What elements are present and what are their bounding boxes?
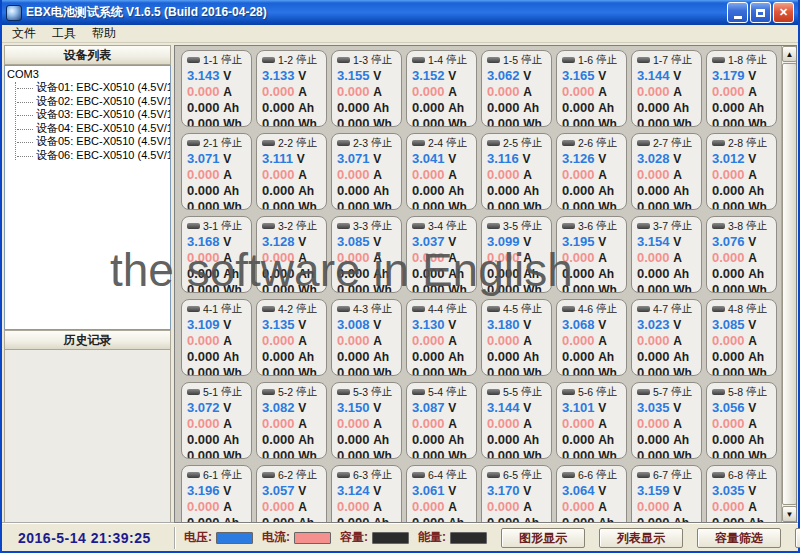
device-tree-item[interactable]: 设备05: EBC-X0510 (4.5V/10A <box>17 135 170 149</box>
voltage-line: 3.168 V <box>187 234 251 250</box>
channel-cell[interactable]: 5-7 停止 3.035 V 0.000 A 0.000 Ah 0.000 Wh <box>631 382 702 459</box>
device-tree-item[interactable]: 设备01: EBC-X0510 (4.5V/10A <box>17 81 170 95</box>
channel-cell[interactable]: 1-3 停止 3.155 V 0.000 A 0.000 Ah 0.000 Wh <box>331 50 402 127</box>
channel-cell[interactable]: 4-2 停止 3.135 V 0.000 A 0.000 Ah 0.000 Wh <box>256 299 327 376</box>
current-unit: A <box>373 417 382 431</box>
current-line: 0.000 A <box>712 167 776 183</box>
channel-header: 5-7 停止 <box>637 386 701 398</box>
channel-cell[interactable]: 6-2 停止 3.057 V 0.000 A 0.000 Ah 0.000 Wh <box>256 465 327 523</box>
energy-unit: Wh <box>298 283 317 293</box>
channel-cell[interactable]: 4-4 停止 3.130 V 0.000 A 0.000 Ah 0.000 Wh <box>406 299 477 376</box>
menu-item[interactable]: 工具 <box>44 24 84 43</box>
energy-line: 0.000 Wh <box>337 282 401 293</box>
channel-cell[interactable]: 3-6 停止 3.195 V 0.000 A 0.000 Ah 0.000 Wh <box>556 216 627 293</box>
menu-item[interactable]: 文件 <box>4 24 44 43</box>
channel-status-led-icon <box>712 223 725 229</box>
channel-status: 停止 <box>671 468 692 482</box>
device-tree-item[interactable]: 设备02: EBC-X0510 (4.5V/10A <box>17 95 170 109</box>
scrollbar-down-icon[interactable]: ▼ <box>782 506 797 522</box>
channel-cell[interactable]: 5-8 停止 3.056 V 0.000 A 0.000 Ah 0.000 Wh <box>706 382 777 459</box>
channel-cell[interactable]: 1-5 停止 3.062 V 0.000 A 0.000 Ah 0.000 Wh <box>481 50 552 127</box>
channel-cell[interactable]: 2-3 停止 3.071 V 0.000 A 0.000 Ah 0.000 Wh <box>331 133 402 210</box>
scrollbar-thumb[interactable] <box>782 63 797 505</box>
channel-cell[interactable]: 5-4 停止 3.087 V 0.000 A 0.000 Ah 0.000 Wh <box>406 382 477 459</box>
current-value: 0.000 <box>337 84 370 99</box>
tree-node-com3[interactable]: COM3 <box>7 68 170 81</box>
channel-cell[interactable]: 6-4 停止 3.061 V 0.000 A 0.000 Ah 0.000 Wh <box>406 465 477 523</box>
maximize-button[interactable] <box>750 2 771 23</box>
channel-cell[interactable]: 2-1 停止 3.071 V 0.000 A 0.000 Ah 0.000 Wh <box>181 133 252 210</box>
channel-cell[interactable]: 2-2 停止 3.111 V 0.000 A 0.000 Ah 0.000 Wh <box>256 133 327 210</box>
channel-cell[interactable]: 4-5 停止 3.180 V 0.000 A 0.000 Ah 0.000 Wh <box>481 299 552 376</box>
channel-cell[interactable]: 5-2 停止 3.082 V 0.000 A 0.000 Ah 0.000 Wh <box>256 382 327 459</box>
channel-id: 4-1 <box>203 303 218 315</box>
voltage-value: 3.152 <box>412 68 445 83</box>
voltage-unit: V <box>448 235 456 249</box>
channel-cell[interactable]: 6-1 停止 3.196 V 0.000 A 0.000 Ah 0.000 Wh <box>181 465 252 523</box>
menu-item[interactable]: 帮助 <box>84 24 124 43</box>
channel-cell[interactable]: 1-2 停止 3.133 V 0.000 A 0.000 Ah 0.000 Wh <box>256 50 327 127</box>
channel-cell[interactable]: 5-5 停止 3.144 V 0.000 A 0.000 Ah 0.000 Wh <box>481 382 552 459</box>
channel-cell[interactable]: 3-5 停止 3.099 V 0.000 A 0.000 Ah 0.000 Wh <box>481 216 552 293</box>
channel-cell[interactable]: 3-4 停止 3.037 V 0.000 A 0.000 Ah 0.000 Wh <box>406 216 477 293</box>
channel-cell[interactable]: 6-5 停止 3.170 V 0.000 A 0.000 Ah 0.000 Wh <box>481 465 552 523</box>
channel-cell[interactable]: 5-6 停止 3.101 V 0.000 A 0.000 Ah 0.000 Wh <box>556 382 627 459</box>
channel-status: 停止 <box>746 302 767 316</box>
channel-cell[interactable]: 6-6 停止 3.064 V 0.000 A 0.000 Ah 0.000 Wh <box>556 465 627 523</box>
channel-cell[interactable]: 1-6 停止 3.165 V 0.000 A 0.000 Ah 0.000 Wh <box>556 50 627 127</box>
channel-cell[interactable]: 4-6 停止 3.068 V 0.000 A 0.000 Ah 0.000 Wh <box>556 299 627 376</box>
channel-cell[interactable]: 2-8 停止 3.012 V 0.000 A 0.000 Ah 0.000 Wh <box>706 133 777 210</box>
channel-cell[interactable]: 3-2 停止 3.128 V 0.000 A 0.000 Ah 0.000 Wh <box>256 216 327 293</box>
channel-cell[interactable]: 3-1 停止 3.168 V 0.000 A 0.000 Ah 0.000 Wh <box>181 216 252 293</box>
channel-cell[interactable]: 6-8 停止 3.035 V 0.000 A 0.000 Ah 0.000 Wh <box>706 465 777 523</box>
device-tree-item[interactable]: 设备03: EBC-X0510 (4.5V/10A <box>17 108 170 122</box>
current-value: 0.000 <box>187 416 220 431</box>
channel-cell[interactable]: 4-3 停止 3.008 V 0.000 A 0.000 Ah 0.000 Wh <box>331 299 402 376</box>
channel-cell[interactable]: 3-3 停止 3.085 V 0.000 A 0.000 Ah 0.000 Wh <box>331 216 402 293</box>
channel-cell[interactable]: 2-4 停止 3.041 V 0.000 A 0.000 Ah 0.000 Wh <box>406 133 477 210</box>
channel-cell[interactable]: 6-7 停止 3.159 V 0.000 A 0.000 Ah 0.000 Wh <box>631 465 702 523</box>
statusbar-button[interactable]: 图形显示 <box>501 528 585 548</box>
capacity-value: 0.000 <box>487 432 520 447</box>
voltage-line: 3.196 V <box>187 483 251 499</box>
device-tree-item[interactable]: 设备06: EBC-X0510 (4.5V/10A <box>17 149 170 163</box>
minimize-button[interactable] <box>727 2 748 23</box>
capacity-unit: Ah <box>523 433 539 447</box>
device-tree-item[interactable]: 设备04: EBC-X0510 (4.5V/10A <box>17 122 170 136</box>
energy-value: 0.000 <box>487 116 520 127</box>
channel-cell[interactable]: 1-8 停止 3.179 V 0.000 A 0.000 Ah 0.000 Wh <box>706 50 777 127</box>
channel-cell[interactable]: 5-1 停止 3.072 V 0.000 A 0.000 Ah 0.000 Wh <box>181 382 252 459</box>
channel-status-led-icon <box>562 57 575 63</box>
channel-cell[interactable]: 3-7 停止 3.154 V 0.000 A 0.000 Ah 0.000 Wh <box>631 216 702 293</box>
channel-cell[interactable]: 2-6 停止 3.126 V 0.000 A 0.000 Ah 0.000 Wh <box>556 133 627 210</box>
channel-cell[interactable]: 2-7 停止 3.028 V 0.000 A 0.000 Ah 0.000 Wh <box>631 133 702 210</box>
current-unit: A <box>523 334 532 348</box>
voltage-line: 3.023 V <box>637 317 701 333</box>
channel-cell[interactable]: 4-1 停止 3.109 V 0.000 A 0.000 Ah 0.000 Wh <box>181 299 252 376</box>
channel-cell[interactable]: 4-7 停止 3.023 V 0.000 A 0.000 Ah 0.000 Wh <box>631 299 702 376</box>
channel-cell[interactable]: 5-3 停止 3.150 V 0.000 A 0.000 Ah 0.000 Wh <box>331 382 402 459</box>
capacity-value: 0.000 <box>262 349 295 364</box>
vertical-scrollbar[interactable]: ▲ ▼ <box>781 46 796 522</box>
statusbar-button[interactable]: 数据报表 <box>795 528 800 548</box>
capacity-unit: Ah <box>598 516 614 523</box>
capacity-value: 0.000 <box>562 266 595 281</box>
channel-cell[interactable]: 4-8 停止 3.085 V 0.000 A 0.000 Ah 0.000 Wh <box>706 299 777 376</box>
channel-cell[interactable]: 2-5 停止 3.116 V 0.000 A 0.000 Ah 0.000 Wh <box>481 133 552 210</box>
current-line: 0.000 A <box>262 416 326 432</box>
scrollbar-up-icon[interactable]: ▲ <box>782 46 797 62</box>
close-button[interactable]: ✕ <box>773 2 794 23</box>
energy-unit: Wh <box>673 283 692 293</box>
energy-line: 0.000 Wh <box>187 448 251 459</box>
channel-cell[interactable]: 3-8 停止 3.076 V 0.000 A 0.000 Ah 0.000 Wh <box>706 216 777 293</box>
channel-status-led-icon <box>412 57 425 63</box>
channel-header: 6-5 停止 <box>487 469 551 481</box>
channel-cell[interactable]: 1-7 停止 3.144 V 0.000 A 0.000 Ah 0.000 Wh <box>631 50 702 127</box>
capacity-unit: Ah <box>523 184 539 198</box>
statusbar-button[interactable]: 容量筛选 <box>697 528 781 548</box>
statusbar-button[interactable]: 列表显示 <box>599 528 683 548</box>
channel-status-led-icon <box>337 472 350 478</box>
channel-cell[interactable]: 1-1 停止 3.143 V 0.000 A 0.000 Ah 0.000 Wh <box>181 50 252 127</box>
channel-cell[interactable]: 1-4 停止 3.152 V 0.000 A 0.000 Ah 0.000 Wh <box>406 50 477 127</box>
channel-cell[interactable]: 6-3 停止 3.124 V 0.000 A 0.000 Ah 0.000 Wh <box>331 465 402 523</box>
